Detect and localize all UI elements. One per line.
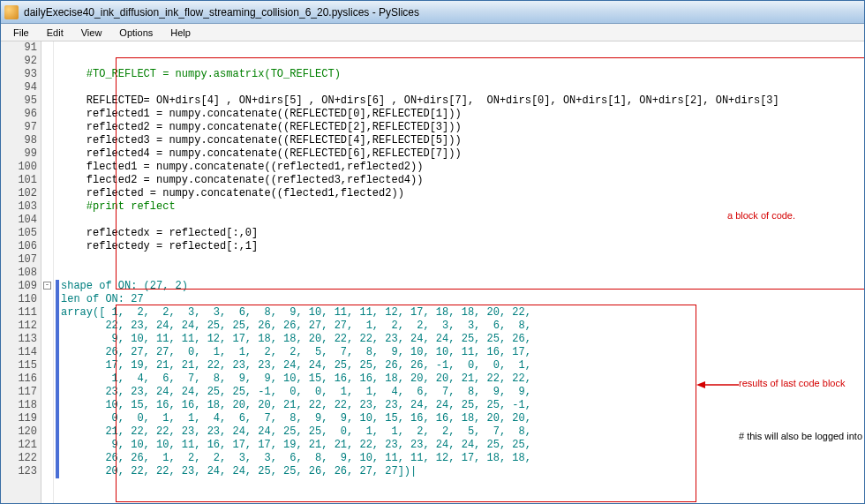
line-number: 107 <box>4 253 37 267</box>
line-number: 114 <box>4 346 37 359</box>
fold-toggle-icon[interactable]: - <box>43 282 51 290</box>
marker-column <box>54 41 61 504</box>
code-line[interactable]: REFLECTED= ON+dirs[4] , ON+dirs[5] , ON+… <box>61 94 864 108</box>
line-number: 113 <box>4 333 37 346</box>
menu-options[interactable]: Options <box>110 26 162 40</box>
code-line[interactable] <box>61 81 864 94</box>
code-line[interactable]: 10, 15, 16, 16, 18, 20, 20, 21, 22, 22, … <box>61 399 864 412</box>
annotation-block-label: a block of code. <box>727 209 795 222</box>
line-number: 95 <box>4 94 37 108</box>
fold-column[interactable]: - <box>41 41 54 504</box>
code-line[interactable]: len of ON: 27 <box>61 293 864 306</box>
editor[interactable]: 9192939495969798991001011021031041051061… <box>1 41 864 504</box>
code-line[interactable]: 17, 19, 21, 21, 22, 23, 23, 24, 24, 25, … <box>61 359 864 372</box>
code-line[interactable]: flected2 = numpy.concatenate((reflected3… <box>61 174 864 187</box>
line-number: 117 <box>4 386 37 399</box>
line-number: 104 <box>4 214 37 227</box>
line-number: 122 <box>4 452 37 465</box>
menu-view[interactable]: View <box>72 26 111 40</box>
line-number: 100 <box>4 161 37 174</box>
code-line[interactable]: reflectedx = reflected[:,0] <box>61 227 864 240</box>
line-number: 123 <box>4 465 37 478</box>
line-number: 110 <box>4 293 37 306</box>
annotation-results-label: results of last code block <box>739 377 845 390</box>
menu-file[interactable]: File <box>4 26 38 40</box>
line-number: 94 <box>4 81 37 94</box>
menu-edit[interactable]: Edit <box>38 26 72 40</box>
line-number: 93 <box>4 68 37 81</box>
code-line[interactable] <box>61 55 864 68</box>
code-line[interactable]: reflected2 = numpy.concatenate((REFLECTE… <box>61 121 864 134</box>
code-line[interactable]: 9, 10, 11, 11, 12, 17, 18, 18, 20, 22, 2… <box>61 333 864 346</box>
app-icon <box>4 5 19 19</box>
titlebar: dailyExecise40_ink_diffusion_ink_flow_st… <box>1 1 864 24</box>
window-title: dailyExecise40_ink_diffusion_ink_flow_st… <box>24 6 419 19</box>
line-number: 105 <box>4 227 37 240</box>
line-number: 98 <box>4 134 37 147</box>
code-line[interactable]: shape of ON: (27, 2) <box>61 280 864 293</box>
line-number: 120 <box>4 425 37 439</box>
line-number: 111 <box>4 306 37 320</box>
line-number: 112 <box>4 320 37 333</box>
line-number: 96 <box>4 108 37 121</box>
code-line[interactable]: array([ 1, 2, 2, 3, 3, 6, 8, 9, 10, 11, … <box>61 306 864 320</box>
code-line[interactable]: reflected4 = numpy.concatenate((REFLECTE… <box>61 147 864 161</box>
code-area[interactable]: #TO_REFLECT = numpy.asmatrix(TO_REFLECT)… <box>61 41 864 504</box>
line-number: 101 <box>4 174 37 187</box>
line-number: 102 <box>4 187 37 200</box>
code-line[interactable]: flected1 = numpy.concatenate((reflected1… <box>61 161 864 174</box>
line-number: 116 <box>4 372 37 386</box>
line-number: 91 <box>4 41 37 55</box>
line-number: 103 <box>4 200 37 214</box>
code-line[interactable]: 22, 23, 24, 24, 25, 25, 26, 26, 27, 27, … <box>61 320 864 333</box>
code-line[interactable]: reflected = numpy.concatenate((flected1,… <box>61 187 864 200</box>
line-number: 118 <box>4 399 37 412</box>
line-number: 108 <box>4 267 37 280</box>
line-number: 115 <box>4 359 37 372</box>
code-line[interactable] <box>61 267 864 280</box>
line-number: 99 <box>4 147 37 161</box>
code-line[interactable] <box>61 253 864 267</box>
code-line[interactable]: 26, 27, 27, 0, 1, 1, 2, 2, 5, 7, 8, 9, 1… <box>61 346 864 359</box>
line-number: 106 <box>4 240 37 253</box>
annotation-comment-label: # this will also be logged into the file… <box>739 430 865 443</box>
code-line[interactable]: reflected3 = numpy.concatenate((REFLECTE… <box>61 134 864 147</box>
code-line[interactable]: 0, 0, 1, 1, 4, 6, 7, 8, 9, 9, 10, 15, 16… <box>61 412 864 425</box>
line-number: 121 <box>4 439 37 452</box>
line-number: 92 <box>4 55 37 68</box>
line-gutter: 9192939495969798991001011021031041051061… <box>1 41 41 504</box>
code-line[interactable]: #TO_REFLECT = numpy.asmatrix(TO_REFLECT) <box>61 68 864 81</box>
code-line[interactable] <box>61 41 864 55</box>
code-line[interactable]: reflectedy = reflected[:,1] <box>61 240 864 253</box>
menu-help[interactable]: Help <box>162 26 199 40</box>
menubar: File Edit View Options Help <box>1 24 864 41</box>
line-number: 109 <box>4 280 37 293</box>
output-marker <box>56 280 59 478</box>
code-line[interactable]: 26, 26, 1, 2, 2, 3, 3, 6, 8, 9, 10, 11, … <box>61 452 864 465</box>
code-line[interactable]: reflected1 = numpy.concatenate((REFLECTE… <box>61 108 864 121</box>
code-line[interactable]: 20, 22, 22, 23, 24, 24, 25, 25, 26, 26, … <box>61 465 864 478</box>
line-number: 119 <box>4 412 37 425</box>
line-number: 97 <box>4 121 37 134</box>
